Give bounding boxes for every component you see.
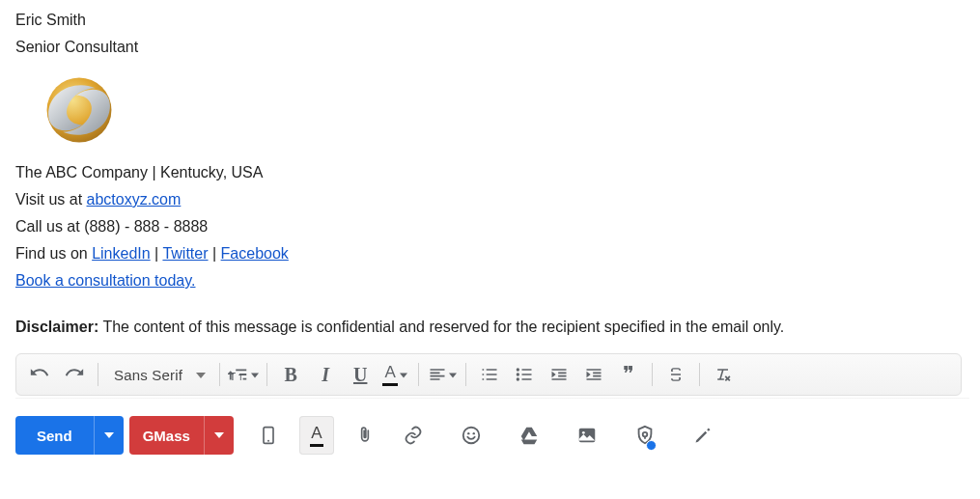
chevron-down-icon (196, 367, 206, 383)
gmass-button-group: GMass (129, 416, 234, 455)
quote-button[interactable]: ❞ (612, 357, 645, 392)
visit-prefix: Visit us at (15, 191, 87, 208)
compose-icon-row: A (249, 416, 732, 455)
insert-drive-button[interactable] (500, 416, 558, 455)
insert-emoji-button[interactable] (442, 416, 500, 455)
undo-button[interactable] (23, 357, 56, 392)
linkedin-link[interactable]: LinkedIn (92, 245, 151, 262)
gmass-options-button[interactable] (204, 416, 234, 455)
notification-dot-icon (646, 440, 657, 451)
underline-button[interactable]: U (344, 357, 377, 392)
website-link[interactable]: abctoxyz.com (87, 191, 182, 208)
disclaimer-label: Disclaimer: (15, 319, 98, 335)
social-line: Find us on LinkedIn | Twitter | Facebook (15, 243, 965, 264)
svg-point-12 (582, 431, 585, 434)
bulleted-list-button[interactable] (508, 357, 541, 392)
svg-point-13 (643, 432, 648, 437)
company-line: The ABC Company | Kentucky, USA (15, 162, 965, 183)
svg-text:т: т (230, 369, 237, 383)
divider (15, 398, 969, 399)
svg-point-9 (467, 432, 469, 434)
svg-point-10 (472, 432, 474, 434)
separator (266, 363, 267, 386)
font-family-picker[interactable]: Sans Serif (104, 367, 213, 383)
bold-button[interactable]: B (274, 357, 307, 392)
insert-signature-button[interactable] (674, 416, 732, 455)
svg-point-8 (463, 428, 480, 444)
text-color-button[interactable]: A (378, 357, 411, 392)
svg-point-7 (267, 440, 269, 442)
separator (465, 363, 466, 386)
facebook-link[interactable]: Facebook (221, 245, 289, 262)
attach-file-button[interactable] (346, 416, 384, 455)
visit-line: Visit us at abctoxyz.com (15, 189, 965, 210)
strikethrough-button[interactable] (659, 357, 692, 392)
chevron-down-icon (449, 366, 457, 383)
find-prefix: Find us on (15, 245, 92, 262)
indent-more-button[interactable] (577, 357, 610, 392)
book-consultation-link[interactable]: Book a consultation today. (15, 272, 196, 289)
font-name: Sans Serif (114, 367, 182, 383)
svg-point-4 (517, 373, 519, 375)
call-line: Call us at (888) - 888 - 8888 (15, 216, 965, 237)
svg-point-3 (517, 368, 519, 371)
align-button[interactable] (426, 357, 459, 392)
remove-formatting-button[interactable] (707, 357, 740, 392)
insert-link-button[interactable] (384, 416, 442, 455)
separator: | (209, 245, 221, 262)
send-button-group: Send (15, 416, 124, 455)
device-preview-button[interactable] (249, 416, 288, 455)
signature-title: Senior Consultant (15, 37, 965, 58)
twitter-link[interactable]: Twitter (162, 245, 208, 262)
svg-text:т: т (238, 372, 243, 382)
separator (652, 363, 653, 386)
gmass-button[interactable]: GMass (129, 416, 204, 455)
formatting-toolbar: Sans Serif тт B I U A ❞ (15, 353, 962, 396)
booking-line: Book a consultation today. (15, 270, 965, 291)
font-size-button[interactable]: тт (227, 357, 260, 392)
insert-photo-button[interactable] (558, 416, 616, 455)
separator (98, 363, 98, 386)
disclaimer-text: The content of this message is confident… (98, 319, 784, 335)
redo-button[interactable] (58, 357, 91, 392)
italic-button[interactable]: I (309, 357, 342, 392)
email-signature: Eric Smith Senior Consultant The ABC Com… (15, 10, 965, 291)
disclaimer: Disclaimer: The content of this message … (15, 319, 965, 336)
separator (699, 363, 700, 386)
numbered-list-button[interactable] (473, 357, 506, 392)
indent-less-button[interactable] (543, 357, 575, 392)
chevron-down-icon (400, 366, 407, 383)
separator: | (151, 245, 163, 262)
confidential-mode-button[interactable] (616, 416, 674, 455)
compose-actions: Send GMass A (15, 412, 965, 458)
svg-point-5 (517, 377, 519, 380)
text-style-button[interactable]: A (299, 416, 334, 455)
separator (219, 363, 220, 386)
send-options-button[interactable] (94, 416, 124, 455)
chevron-down-icon (251, 366, 259, 383)
separator (418, 363, 419, 386)
send-button[interactable]: Send (15, 416, 94, 455)
company-logo (42, 73, 116, 147)
signature-name: Eric Smith (15, 10, 965, 31)
